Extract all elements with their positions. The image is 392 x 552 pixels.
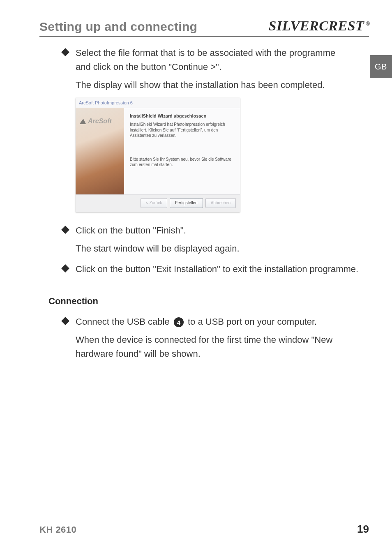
page-header: Setting up and connecting SILVERCREST ® <box>39 18 369 37</box>
window-titlebar: ArcSoft PhotoImpression 6 <box>76 98 240 108</box>
followup-text: The display will show that the installat… <box>39 78 352 92</box>
arcsoft-logo-text: ArcSoft <box>88 116 112 127</box>
screenshot-figure: ArcSoft PhotoImpression 6 ArcSoft Instal… <box>39 98 369 212</box>
bullet-item: Connect the USB cable 4 to a USB port on… <box>39 315 369 329</box>
window-main: InstallShield Wizard abgeschlossen Insta… <box>124 108 240 194</box>
followup-text: The start window will be displayed again… <box>39 242 352 256</box>
installer-heading: InstallShield Wizard abgeschlossen <box>130 113 234 119</box>
page: GB Setting up and connecting SILVERCREST… <box>0 0 392 552</box>
callout-number-badge: 4 <box>174 317 184 327</box>
bullet-item: Click on the button "Finish". <box>39 224 369 238</box>
cancel-button[interactable]: Abbrechen <box>205 198 236 208</box>
brand-registered-mark: ® <box>366 21 370 27</box>
page-footer: KH 2610 19 <box>39 523 369 536</box>
diamond-bullet-icon <box>61 48 69 56</box>
window-sidebar-image: ArcSoft <box>76 108 124 194</box>
text-line: and click on the button "Continue >". <box>76 62 221 72</box>
brand-name: SILVERCREST <box>269 18 364 34</box>
finish-button[interactable]: Fertigstellen <box>170 198 203 208</box>
text-line: Select the file format that is to be ass… <box>76 48 335 58</box>
text-line: hardware found" will be shown. <box>76 349 201 359</box>
text-segment: to a USB port on your computer. <box>188 316 317 327</box>
diamond-bullet-icon <box>61 264 69 273</box>
bullet-text: Click on the button "Exit Installation" … <box>76 262 358 276</box>
section-heading: Setting up and connecting <box>39 20 197 34</box>
bullet-text: Click on the button "Finish". <box>76 224 186 238</box>
installer-window: ArcSoft PhotoImpression 6 ArcSoft Instal… <box>76 98 240 212</box>
subsection-heading: Connection <box>39 294 369 308</box>
window-button-row: < Zurück Fertigstellen Abbrechen <box>76 194 240 212</box>
bullet-item: Select the file format that is to be ass… <box>39 46 369 74</box>
bullet-item: Click on the button "Exit Installation" … <box>39 262 369 276</box>
back-button[interactable]: < Zurück <box>141 198 167 208</box>
model-number: KH 2610 <box>39 524 76 535</box>
content-body: Select the file format that is to be ass… <box>39 46 369 361</box>
bullet-text: Connect the USB cable 4 to a USB port on… <box>76 315 317 329</box>
page-number: 19 <box>357 523 369 536</box>
text-segment: Connect the USB cable <box>76 316 172 327</box>
bullet-text: Select the file format that is to be ass… <box>76 46 335 74</box>
triangle-icon <box>79 119 86 124</box>
installer-paragraph: InstallShield Wizard hat PhotoImpression… <box>130 122 234 139</box>
arcsoft-logo: ArcSoft <box>80 116 112 127</box>
text-line: When the device is connected for the fir… <box>76 335 332 345</box>
diamond-bullet-icon <box>61 226 69 234</box>
diamond-bullet-icon <box>61 317 69 325</box>
followup-text: When the device is connected for the fir… <box>39 333 352 361</box>
window-body: ArcSoft InstallShield Wizard abgeschloss… <box>76 108 240 194</box>
installer-paragraph: Bitte starten Sie Ihr System neu, bevor … <box>130 157 234 168</box>
brand-logo: SILVERCREST ® <box>269 18 369 34</box>
language-tab: GB <box>370 55 392 78</box>
